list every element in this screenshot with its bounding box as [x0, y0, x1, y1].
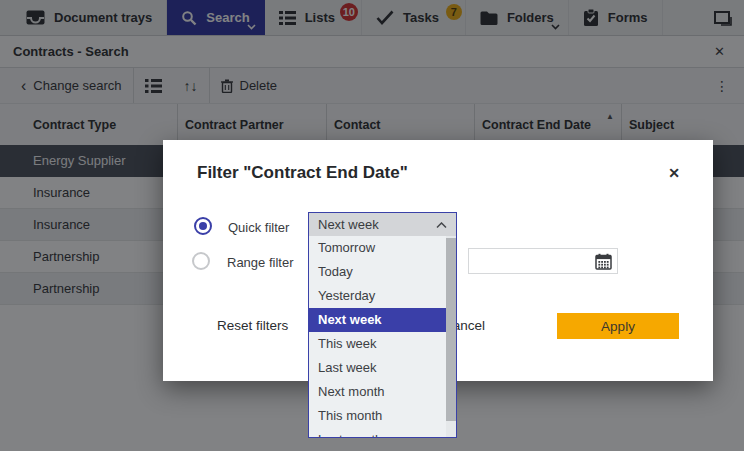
app-window: Document trays Search Lists 10 Tasks 7 [0, 0, 744, 451]
calendar-icon[interactable] [595, 253, 612, 274]
dropdown-option-selected[interactable]: Next week [309, 308, 456, 332]
dropdown-option[interactable]: Next month [309, 380, 456, 404]
reset-filters-button[interactable]: Reset filters [217, 318, 288, 333]
chevron-up-icon [436, 217, 447, 232]
quick-filter-select[interactable]: Next week [309, 213, 456, 236]
dropdown-option-list: Tomorrow Today Yesterday Next week This … [309, 236, 456, 437]
dialog-close-icon[interactable]: ✕ [668, 165, 680, 181]
dropdown-option[interactable]: Last week [309, 356, 456, 380]
dropdown-option[interactable]: Today [309, 260, 456, 284]
quick-filter-dropdown: Next week Tomorrow Today Yesterday Next … [308, 212, 457, 438]
apply-button[interactable]: Apply [557, 313, 679, 339]
selected-value: Next week [318, 217, 379, 232]
dropdown-option[interactable]: This month [309, 404, 456, 428]
dialog-title: Filter "Contract End Date" [197, 163, 408, 183]
range-date-field [468, 248, 618, 274]
dropdown-scrollbar[interactable] [446, 236, 456, 437]
dropdown-option[interactable]: This week [309, 332, 456, 356]
dropdown-option[interactable]: Last month [309, 428, 456, 437]
dropdown-option[interactable]: Yesterday [309, 284, 456, 308]
range-filter-radio[interactable] [192, 252, 210, 270]
quick-filter-radio[interactable] [194, 217, 212, 235]
dropdown-option[interactable]: Tomorrow [309, 236, 456, 260]
scrollbar-thumb[interactable] [446, 238, 456, 421]
range-filter-label: Range filter [227, 255, 293, 270]
quick-filter-label: Quick filter [228, 220, 289, 235]
